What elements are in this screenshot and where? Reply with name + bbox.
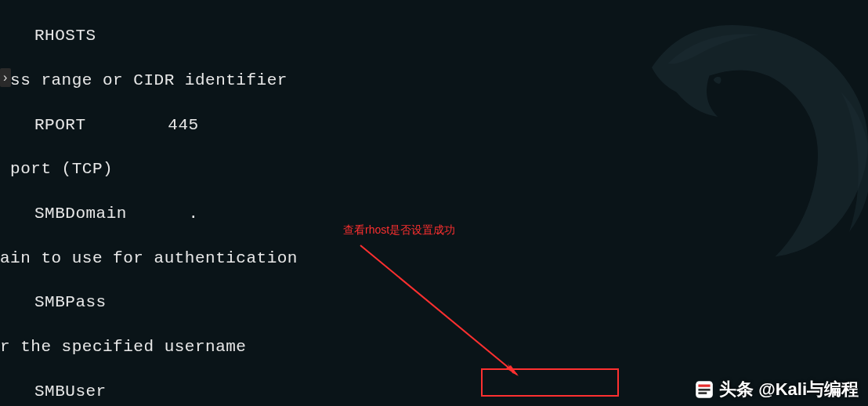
side-expand-arrow[interactable]: › <box>0 68 11 87</box>
desc-rport: port (TCP) <box>0 158 868 180</box>
svg-rect-6 <box>698 392 707 394</box>
desc-smbdomain: ain to use for authentication <box>0 248 868 270</box>
annotation-text: 查看rhost是否设置成功 <box>343 223 455 237</box>
watermark: 头条 @Kali与编程 <box>694 378 859 401</box>
option-rhosts: RHOSTS <box>0 25 868 47</box>
svg-rect-4 <box>698 385 710 387</box>
svg-rect-5 <box>698 389 710 391</box>
option-smbdomain: SMBDomain . <box>0 203 868 225</box>
desc-rhosts: ess range or CIDR identifier <box>0 70 868 92</box>
option-rport: RPORT 445 <box>0 114 868 136</box>
watermark-text: 头条 @Kali与编程 <box>719 378 859 401</box>
terminal-output: RHOSTS ess range or CIDR identifier RPOR… <box>0 0 868 406</box>
option-smbpass: SMBPass <box>0 292 868 314</box>
toutiao-icon <box>694 379 714 400</box>
desc-smbpass: r the specified username <box>0 336 868 358</box>
